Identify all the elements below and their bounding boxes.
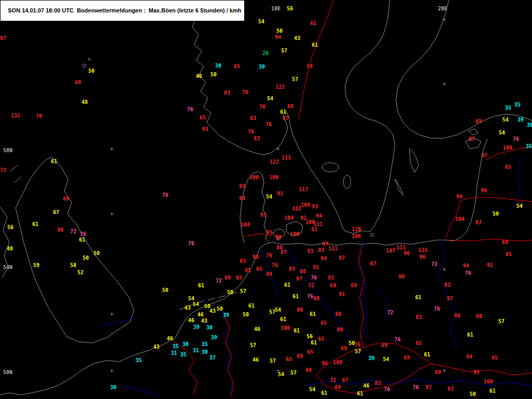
station-value: 50 (83, 255, 89, 261)
station-value: 131 (11, 113, 20, 118)
station-value: 50 (276, 28, 283, 34)
station-value: 61 (51, 158, 57, 164)
station-value: 30 (182, 341, 189, 347)
station-value: 56 (7, 224, 14, 230)
station-value: 117 (299, 187, 308, 192)
station-value: 87 (0, 35, 6, 41)
station-value: 61 (424, 352, 430, 357)
station-value: 111 (328, 246, 338, 251)
station-value: 83 (375, 380, 381, 386)
station-value: 65 (321, 320, 327, 326)
station-value: 91 (487, 262, 493, 268)
station-value: 35 (172, 343, 179, 349)
station-value: 115 (418, 247, 428, 253)
station-value: 91 (313, 264, 319, 270)
station-value: 87 (342, 377, 348, 383)
station-value: 31 (171, 350, 177, 356)
station-value: 109 (301, 202, 310, 208)
grid-cross-icon: + (276, 145, 280, 153)
station-value: 104 (241, 222, 250, 228)
station-value: 61 (280, 109, 286, 115)
longitude-label: 20E (438, 6, 447, 11)
station-value: 87 (469, 136, 475, 142)
station-value: 46 (167, 336, 173, 341)
latitude-label: 58N (3, 148, 12, 153)
station-value: 83 (240, 258, 246, 264)
station-value: 39 (223, 312, 229, 318)
station-value: 50 (493, 211, 499, 217)
station-value: 76 (434, 306, 440, 312)
station-value: 57 (270, 358, 276, 364)
station-value: 94 (466, 354, 472, 360)
station-value: 76 (307, 294, 313, 299)
latitude-label: 54N (3, 264, 12, 270)
station-value: 91 (339, 291, 345, 297)
station-value: 61 (310, 311, 316, 317)
station-value: 83 (254, 136, 260, 141)
station-value: 43 (184, 305, 191, 311)
station-value: 113 (282, 155, 291, 161)
station-value: 50 (243, 312, 249, 317)
station-value: 46 (254, 326, 260, 332)
station-value: 102 (292, 206, 301, 211)
station-value: 83 (289, 266, 295, 272)
station-value: 93 (307, 248, 313, 254)
station-value: 100 (484, 379, 493, 384)
station-value: 70 (36, 113, 42, 119)
station-value: 39 (368, 355, 375, 361)
station-value: 111 (396, 245, 406, 250)
station-value: 122 (275, 84, 285, 90)
station-value: 87 (296, 276, 302, 282)
station-value: 100 (290, 231, 299, 237)
station-value: 104 (284, 215, 294, 221)
station-value: 57 (240, 288, 246, 294)
station-value: 87 (283, 115, 289, 121)
station-value: 57 (290, 370, 297, 376)
station-value: 61 (489, 388, 496, 394)
station-value: 69 (297, 353, 303, 359)
station-value: 76 (265, 122, 272, 127)
station-value: 65 (234, 63, 240, 69)
station-value: 59 (33, 262, 39, 268)
station-value: 83 (224, 90, 230, 96)
station-value: 54 (275, 307, 281, 313)
station-value: 65 (416, 340, 422, 346)
grid-cross-icon: + (110, 145, 113, 153)
title-text: SON 14.01.07 18:00 UTC Bodenwettermeldun… (8, 7, 241, 14)
station-value: 50 (162, 287, 168, 293)
station-value: 35 (514, 102, 521, 108)
station-value: 96 (404, 250, 410, 256)
station-value: 80 (476, 313, 482, 319)
station-value: 61 (310, 20, 316, 26)
station-value: 69 (341, 345, 347, 351)
station-value: 50 (227, 289, 233, 295)
station-value: 72 (431, 261, 437, 267)
station-value: 56 (307, 334, 313, 339)
station-value: 30 (206, 325, 212, 330)
station-value: 57 (498, 318, 504, 324)
station-value: 30 (527, 122, 532, 128)
latitude-label: 50N (3, 369, 12, 375)
station-value: 65 (505, 164, 511, 170)
station-value: 72 (387, 310, 393, 315)
station-value: 87 (481, 153, 487, 158)
station-value: 76 (162, 192, 168, 198)
station-value: 65 (256, 266, 262, 272)
station-value: 100 (333, 360, 342, 365)
station-value: 94 (321, 256, 327, 261)
station-value: 87 (339, 255, 345, 261)
station-value: 83 (250, 115, 256, 121)
station-value: 50 (470, 391, 476, 397)
station-value: 39 (211, 335, 217, 340)
station-value: 46 (188, 317, 194, 323)
station-value: 50 (210, 72, 217, 77)
station-value: 52 (77, 270, 84, 275)
station-value: 83 (328, 275, 334, 281)
station-value: 61 (280, 316, 286, 322)
station-value: 87 (425, 384, 432, 390)
station-value: 76 (413, 384, 419, 390)
station-value: 69 (502, 240, 508, 245)
station-value: 91 (277, 191, 283, 196)
station-value: 61 (294, 328, 300, 334)
station-value: 95 (267, 230, 273, 235)
